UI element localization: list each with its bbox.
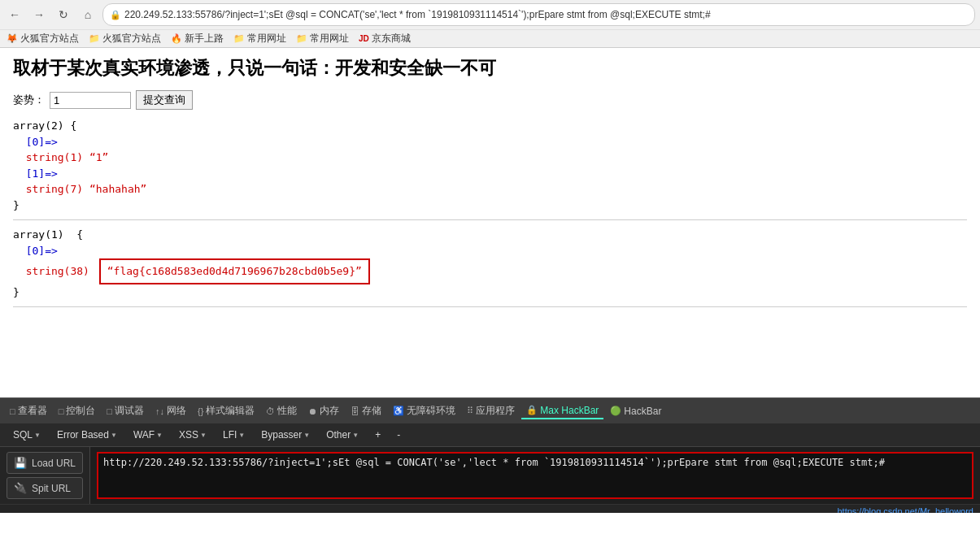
hackbar-menu-error-based[interactable]: Error Based ▼ xyxy=(50,427,124,443)
spit-url-button[interactable]: 🔌 Spit URL xyxy=(7,477,83,499)
hackbar-buttons: 💾 Load URL 🔌 Spit URL xyxy=(0,447,90,504)
xss-arrow-icon: ▼ xyxy=(200,432,207,439)
console-icon: □ xyxy=(59,406,64,416)
lock-icon: 🔒 xyxy=(110,10,121,20)
hackbar-menu-remove[interactable]: - xyxy=(390,427,407,443)
page-title: 取材于某次真实环境渗透，只说一句话：开发和安全缺一不可 xyxy=(13,56,967,80)
error-based-arrow-icon: ▼ xyxy=(111,432,117,439)
spit-url-icon: 🔌 xyxy=(14,482,27,494)
address-bar[interactable]: 🔒 220.249.52.133:55786/?inject=1';sEt @s… xyxy=(102,3,975,26)
devtool-accessibility[interactable]: ♿ 无障碍环境 xyxy=(388,402,460,419)
home-button[interactable]: ⌂ xyxy=(78,5,98,24)
bookmark-common1[interactable]: 📁 常用网址 xyxy=(233,32,286,46)
bookmark-huhu2[interactable]: 📁 火狐官方站点 xyxy=(89,32,161,46)
devtool-inspector[interactable]: □ 查看器 xyxy=(5,402,52,419)
network-icon: ↑↓ xyxy=(155,406,164,416)
hackbar-menu: SQL ▼ Error Based ▼ WAF ▼ XSS ▼ LFI ▼ By… xyxy=(0,423,980,447)
style-editor-icon: {} xyxy=(198,406,203,416)
hackbar-menu-other[interactable]: Other ▼ xyxy=(320,427,365,443)
devtool-performance[interactable]: ⏱ 性能 xyxy=(261,402,302,419)
sql-arrow-icon: ▼ xyxy=(34,432,41,439)
devtool-style-editor[interactable]: {} 样式编辑器 xyxy=(193,402,259,419)
performance-icon: ⏱ xyxy=(266,406,275,416)
devtool-application[interactable]: ⠿ 应用程序 xyxy=(462,402,520,419)
devtool-debugger[interactable]: □ 调试器 xyxy=(102,402,149,419)
nav-bar: ← → ↻ ⌂ 🔒 220.249.52.133:55786/?inject=1… xyxy=(0,0,980,29)
page-content: 取材于某次真实环境渗透，只说一句话：开发和安全缺一不可 姿势： 提交查询 arr… xyxy=(0,48,980,397)
devtool-max-hackbar[interactable]: 🔒 Max HackBar xyxy=(521,403,603,419)
application-icon: ⠿ xyxy=(467,406,473,416)
hackbar-menu-waf[interactable]: WAF ▼ xyxy=(127,427,169,443)
devtool-memory[interactable]: ⏺ 内存 xyxy=(303,402,344,419)
hackbar-url-input[interactable] xyxy=(97,452,973,499)
forward-button[interactable]: → xyxy=(29,5,49,24)
bookmark-huhu1[interactable]: 🦊 火狐官方站点 xyxy=(7,32,79,46)
bookmark-newbie[interactable]: 🔥 新手上路 xyxy=(171,32,224,46)
devtools-bar: □ 查看器 □ 控制台 □ 调试器 ↑↓ 网络 {} 样式编辑器 ⏱ 性能 ⏺ … xyxy=(0,397,980,423)
load-url-icon: 💾 xyxy=(14,457,27,469)
url-text: 220.249.52.133:55786/?inject=1';sEt @sql… xyxy=(124,9,711,20)
waf-arrow-icon: ▼ xyxy=(156,432,163,439)
bookmarks-bar: 🦊 火狐官方站点 📁 火狐官方站点 🔥 新手上路 📁 常用网址 📁 常用网址 J… xyxy=(0,29,980,47)
memory-icon: ⏺ xyxy=(308,406,317,416)
bypasser-arrow-icon: ▼ xyxy=(303,432,310,439)
code-output-1: array(2) { [0]=> string(1) “1” [1]=> str… xyxy=(13,118,967,213)
hackbar-url-area xyxy=(90,447,980,504)
hackbar-footer: https://blog.csdn.net/Mr_helloword xyxy=(0,504,980,513)
query-label: 姿势： xyxy=(13,93,45,107)
hackbar-menu-sql[interactable]: SQL ▼ xyxy=(7,427,47,443)
max-hackbar-icon: 🔒 xyxy=(526,405,538,415)
hackbar-menu-lfi[interactable]: LFI ▼ xyxy=(216,427,251,443)
back-button[interactable]: ← xyxy=(5,5,24,24)
refresh-button[interactable]: ↻ xyxy=(54,5,73,24)
other-arrow-icon: ▼ xyxy=(352,432,359,439)
bookmark-common2[interactable]: 📁 常用网址 xyxy=(296,32,349,46)
lfi-arrow-icon: ▼ xyxy=(238,432,245,439)
debugger-icon: □ xyxy=(107,406,112,416)
inspector-icon: □ xyxy=(10,406,15,416)
hackbar-dot-icon: 🟢 xyxy=(610,406,621,416)
load-url-button[interactable]: 💾 Load URL xyxy=(7,452,83,474)
devtool-storage[interactable]: 🗄 存储 xyxy=(346,402,386,419)
devtool-network[interactable]: ↑↓ 网络 xyxy=(150,402,191,419)
query-row: 姿势： 提交查询 xyxy=(13,90,967,110)
hackbar-menu-bypasser[interactable]: Bypasser ▼ xyxy=(255,427,316,443)
hackbar-menu-add[interactable]: + xyxy=(368,427,387,443)
query-submit-button[interactable]: 提交查询 xyxy=(136,90,193,110)
flag-text: “flag{c168d583ed0d4d7196967b28cbd0b5e9}” xyxy=(107,265,362,277)
hackbar-menu-xss[interactable]: XSS ▼ xyxy=(172,427,213,443)
browser-chrome: ← → ↻ ⌂ 🔒 220.249.52.133:55786/?inject=1… xyxy=(0,0,980,48)
storage-icon: 🗄 xyxy=(351,406,359,416)
divider-1 xyxy=(13,219,967,220)
query-input[interactable] xyxy=(50,92,131,109)
bookmark-jd[interactable]: JD 京东商城 xyxy=(359,32,411,46)
devtool-hackbar[interactable]: 🟢 HackBar xyxy=(605,404,666,419)
accessibility-icon: ♿ xyxy=(393,406,404,416)
hackbar-footer-link[interactable]: https://blog.csdn.net/Mr_helloword xyxy=(837,506,973,513)
devtool-console[interactable]: □ 控制台 xyxy=(54,402,101,419)
divider-2 xyxy=(13,306,967,307)
hackbar-panel: SQL ▼ Error Based ▼ WAF ▼ XSS ▼ LFI ▼ By… xyxy=(0,423,980,513)
code-output-2: array(1) { [0]=> string(38) “flag{c168d5… xyxy=(13,227,967,300)
hackbar-content: 💾 Load URL 🔌 Spit URL xyxy=(0,447,980,504)
flag-box: “flag{c168d583ed0d4d7196967b28cbd0b5e9}” xyxy=(99,258,370,284)
